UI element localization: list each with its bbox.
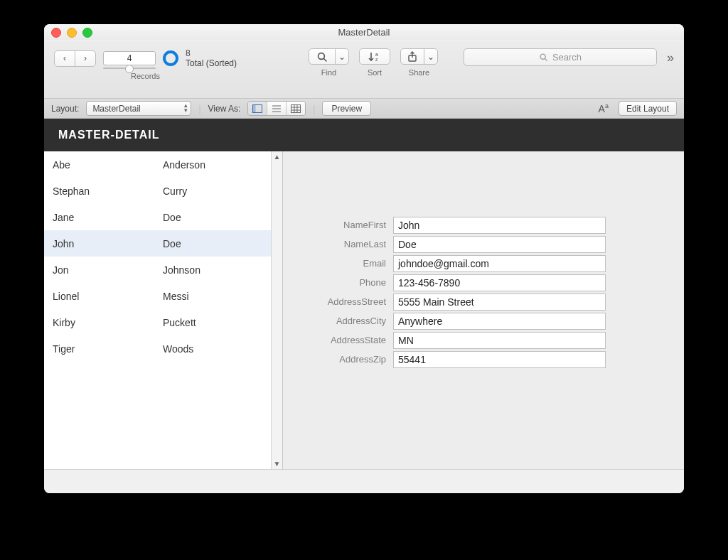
toolbar-overflow-button[interactable]: »	[667, 48, 674, 65]
detail-field-label: AddressStreet	[290, 296, 386, 307]
svg-text:z: z	[375, 57, 378, 62]
records-caption: Records	[131, 72, 160, 80]
layout-label: Layout:	[51, 104, 79, 114]
chevron-left-icon: ‹	[63, 53, 66, 63]
master-last-name: Puckett	[163, 317, 271, 328]
master-last-name: Doe	[163, 212, 271, 223]
detail-field-value[interactable]: johndoe@gmail.com	[393, 255, 606, 272]
detail-field-row: Emailjohndoe@gmail.com	[290, 254, 663, 273]
find-group: ⌄ Find	[309, 48, 349, 77]
master-row[interactable]: JohnDoe	[44, 230, 271, 257]
master-row[interactable]: LionelMessi	[44, 283, 271, 309]
search-icon	[316, 51, 328, 63]
detail-field-label: Phone	[290, 277, 386, 288]
layout-header-title: MASTER-DETAIL	[58, 129, 159, 141]
share-menu-button[interactable]: ⌄	[424, 49, 437, 64]
sort-button[interactable]: a z	[359, 48, 390, 65]
detail-field-label: AddressState	[290, 335, 386, 345]
toolbar: ‹ › 4 8 Total (Sorted) Recor	[44, 41, 684, 99]
search-field[interactable]: Search	[464, 48, 657, 66]
records-group: ‹ › 4 8 Total (Sorted) Recor	[54, 48, 237, 80]
share-group: ⌄ Share	[400, 48, 438, 77]
svg-line-8	[545, 58, 547, 60]
window-title: MasterDetail	[44, 27, 684, 38]
share-icon	[407, 51, 418, 63]
layout-header: MASTER-DETAIL	[44, 119, 684, 151]
svg-text:a: a	[375, 52, 378, 57]
detail-field-label: NameLast	[290, 239, 386, 249]
master-row[interactable]: JonJohnson	[44, 257, 271, 283]
view-form-button[interactable]	[248, 102, 267, 115]
detail-field-row: AddressStateMN	[290, 330, 663, 350]
sort-group: a z Sort	[359, 48, 390, 77]
detail-field-value[interactable]: MN	[393, 332, 606, 349]
chevron-down-icon: ⌄	[427, 52, 434, 62]
viewas-label: View As:	[208, 104, 241, 114]
prev-record-button[interactable]: ‹	[55, 51, 75, 66]
chevron-right-icon: ›	[84, 53, 87, 63]
master-first-name: Kirby	[44, 317, 163, 328]
detail-field-value[interactable]: 5555 Main Street	[393, 294, 606, 311]
search-group: Search	[464, 48, 657, 78]
detail-field-value[interactable]: 123-456-7890	[393, 274, 606, 291]
detail-field-value[interactable]: Doe	[393, 236, 606, 253]
detail-field-label: AddressZip	[290, 354, 386, 365]
layout-bar: Layout: MasterDetail ▴▾ | View As: | Pre…	[44, 99, 684, 119]
detail-field-row: NameLastDoe	[290, 235, 663, 254]
preview-button[interactable]: Preview	[322, 101, 371, 116]
chevron-down-icon: ⌄	[338, 52, 346, 62]
record-number-value: 4	[127, 53, 132, 63]
record-number-field[interactable]: 4	[103, 51, 156, 65]
search-icon	[539, 53, 548, 62]
layout-dropdown[interactable]: MasterDetail ▴▾	[86, 101, 191, 116]
master-first-name: Jon	[44, 264, 163, 276]
edit-layout-button[interactable]: Edit Layout	[619, 101, 677, 116]
master-last-name: Woods	[163, 343, 271, 355]
list-view-icon	[272, 104, 282, 113]
master-first-name: Stephan	[44, 185, 163, 197]
master-scrollbar[interactable]: ▲ ▼	[271, 151, 282, 469]
pie-icon	[163, 50, 178, 66]
master-first-name: John	[44, 238, 163, 249]
sort-icon: a z	[368, 51, 382, 63]
find-caption: Find	[321, 68, 336, 77]
detail-field-row: Phone123-456-7890	[290, 273, 663, 292]
form-view-icon	[252, 104, 262, 113]
master-panel: AbeAndersonStephanCurryJaneDoeJohnDoeJon…	[44, 151, 283, 469]
master-first-name: Tiger	[44, 343, 163, 355]
master-row[interactable]: KirbyPuckett	[44, 309, 271, 335]
detail-field-label: Email	[290, 258, 386, 269]
detail-field-value[interactable]: 55441	[393, 351, 606, 368]
find-button[interactable]: ⌄	[309, 48, 349, 65]
next-record-button[interactable]: ›	[75, 51, 95, 66]
record-slider[interactable]	[103, 65, 156, 71]
detail-field-row: NameFirstJohn	[290, 215, 663, 235]
master-row[interactable]: JaneDoe	[44, 204, 271, 230]
find-menu-button[interactable]: ⌄	[336, 49, 348, 64]
view-list-button[interactable]	[267, 102, 287, 115]
detail-field-row: AddressZip55441	[290, 350, 663, 369]
formatting-button[interactable]: Aa	[596, 102, 611, 114]
updown-icon: ▴▾	[184, 103, 188, 113]
detail-field-value[interactable]: John	[393, 217, 606, 234]
master-first-name: Jane	[44, 212, 163, 223]
content-body: AbeAndersonStephanCurryJaneDoeJohnDoeJon…	[44, 151, 684, 469]
master-first-name: Lionel	[44, 291, 163, 302]
share-button[interactable]: ⌄	[400, 48, 438, 65]
share-caption: Share	[409, 68, 429, 77]
master-last-name: Johnson	[163, 264, 271, 276]
record-total-label: Total (Sorted)	[186, 58, 237, 68]
master-row[interactable]: StephanCurry	[44, 178, 271, 204]
master-first-name: Abe	[44, 159, 163, 171]
sort-caption: Sort	[368, 68, 382, 77]
svg-line-1	[323, 58, 326, 61]
master-row[interactable]: AbeAnderson	[44, 151, 271, 178]
master-row[interactable]: TigerWoods	[44, 335, 271, 362]
svg-rect-14	[291, 104, 301, 112]
search-placeholder: Search	[552, 52, 582, 63]
view-table-button[interactable]	[287, 102, 305, 115]
nav-segment: ‹ ›	[54, 50, 96, 67]
app-window: MasterDetail ‹ › 4	[44, 24, 684, 493]
svg-rect-10	[253, 104, 256, 112]
detail-field-value[interactable]: Anywhere	[393, 313, 606, 330]
